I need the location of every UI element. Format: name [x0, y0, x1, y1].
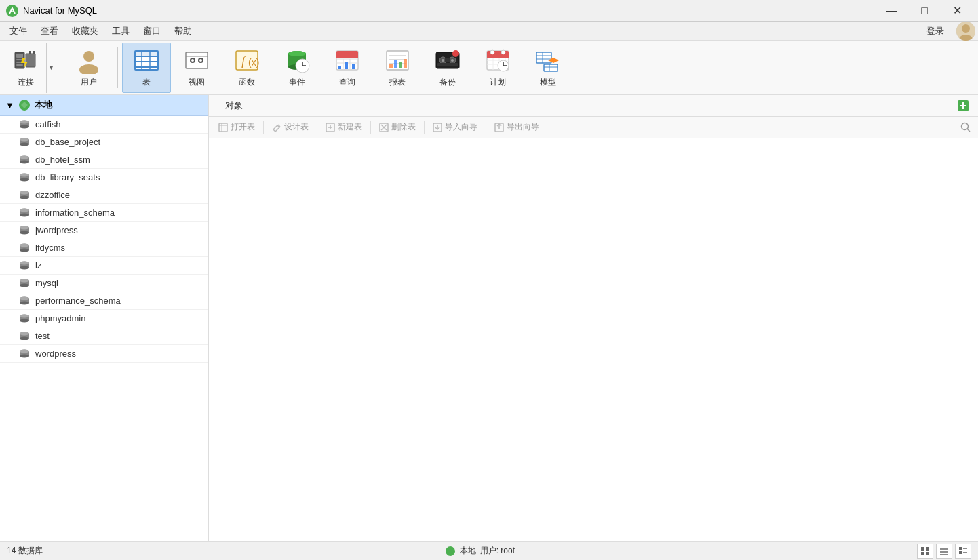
svg-rect-61 — [445, 58, 450, 62]
object-tab[interactable]: 对象 — [214, 96, 254, 116]
report-button[interactable]: 报表 — [373, 43, 422, 93]
detail-view-button[interactable] — [955, 544, 971, 559]
search-button[interactable] — [956, 118, 975, 137]
db-item-db-base-project[interactable]: db_base_project — [0, 134, 208, 151]
export-wizard-button[interactable]: 导出向导 — [488, 119, 546, 136]
title-bar-controls: — □ ✕ — [876, 0, 973, 22]
connection-header[interactable]: ▼ 本地 — [0, 95, 208, 116]
event-button[interactable]: 事件 — [273, 43, 321, 93]
svg-rect-47 — [352, 64, 355, 69]
user-icon — [75, 47, 102, 74]
svg-point-127 — [20, 301, 29, 304]
db-name-phpmyadmin: phpmyadmin — [35, 313, 85, 323]
db-icon-catfish — [19, 120, 30, 129]
app-title: Navicat for MySQL — [23, 5, 97, 16]
design-table-button[interactable]: 设计表 — [265, 119, 315, 136]
query-button[interactable]: 查询 — [323, 43, 372, 93]
function-button[interactable]: f (x) 函数 — [222, 43, 271, 93]
svg-point-92 — [20, 138, 29, 141]
menu-tools[interactable]: 工具 — [105, 22, 136, 40]
menu-window[interactable]: 窗口 — [136, 22, 168, 40]
action-sep-1 — [263, 121, 264, 134]
grid-view-button[interactable] — [917, 544, 933, 559]
db-icon-12 — [19, 314, 30, 323]
db-item-test[interactable]: test — [0, 327, 208, 345]
menu-help[interactable]: 帮助 — [168, 22, 199, 40]
db-item-jwordpress[interactable]: jwordpress — [0, 222, 208, 239]
svg-rect-5 — [16, 54, 23, 58]
import-wizard-button[interactable]: 导入向导 — [426, 119, 484, 136]
db-name-wordpress: wordpress — [35, 348, 76, 359]
plan-button[interactable]: 计划 — [473, 43, 522, 93]
svg-point-104 — [20, 191, 29, 194]
status-center: 本地 用户: root — [445, 545, 515, 557]
action-sep-3 — [370, 121, 371, 134]
table-button[interactable]: 表 — [122, 43, 171, 93]
menu-file[interactable]: 文件 — [3, 22, 34, 40]
delete-table-button[interactable]: 删除表 — [372, 119, 423, 136]
main-content: ▼ 本地 catfish db_b — [0, 95, 978, 541]
db-item-db-hotel-ssm[interactable]: db_hotel_ssm — [0, 151, 208, 169]
svg-point-103 — [20, 195, 29, 199]
db-item-information-schema[interactable]: information_schema — [0, 204, 208, 222]
db-item-lfdycms[interactable]: lfdycms — [0, 239, 208, 257]
svg-rect-166 — [959, 547, 962, 550]
status-connection-icon — [445, 546, 456, 557]
db-item-dzzoffice[interactable]: dzzoffice — [0, 186, 208, 204]
maximize-button[interactable]: □ — [909, 0, 940, 22]
db-item-catfish[interactable]: catfish — [0, 116, 208, 134]
db-item-performance-schema[interactable]: performance_schema — [0, 292, 208, 310]
svg-rect-21 — [186, 52, 208, 68]
svg-rect-46 — [345, 62, 348, 69]
svg-point-115 — [20, 248, 29, 252]
svg-rect-8 — [16, 64, 23, 66]
toolbar-separator-2 — [117, 47, 118, 88]
db-name-db-library-seats: db_library_seats — [35, 172, 100, 182]
connect-main-button[interactable]: 连接 — [5, 43, 46, 93]
svg-point-100 — [20, 173, 29, 176]
svg-point-96 — [20, 155, 29, 159]
model-button[interactable]: 模型 — [524, 43, 572, 93]
svg-point-67 — [490, 50, 494, 54]
report-icon — [384, 47, 411, 74]
svg-point-139 — [20, 354, 29, 357]
svg-rect-52 — [389, 64, 393, 68]
db-item-lz[interactable]: lz — [0, 257, 208, 275]
db-item-db-library-seats[interactable]: db_library_seats — [0, 169, 208, 186]
minimize-button[interactable]: — — [876, 0, 907, 22]
svg-point-2 — [962, 24, 970, 33]
menu-view[interactable]: 查看 — [34, 22, 65, 40]
db-item-wordpress[interactable]: wordpress — [0, 345, 208, 363]
connect-dropdown-arrow[interactable]: ▼ — [46, 43, 56, 93]
db-name-catfish: catfish — [35, 119, 61, 129]
svg-point-140 — [20, 349, 29, 353]
close-button[interactable]: ✕ — [941, 0, 973, 22]
model-label: 模型 — [540, 77, 556, 88]
menu-favorites[interactable]: 收藏夹 — [65, 22, 105, 40]
svg-point-87 — [20, 125, 29, 128]
login-button[interactable]: 登录 — [920, 24, 951, 39]
db-item-mysql[interactable]: mysql — [0, 275, 208, 292]
svg-rect-53 — [394, 60, 397, 68]
svg-point-91 — [20, 142, 29, 146]
menu-bar: 文件 查看 收藏夹 工具 窗口 帮助 登录 — [0, 22, 978, 41]
list-icon — [939, 546, 949, 556]
add-object-button[interactable] — [954, 96, 973, 115]
new-table-button[interactable]: 新建表 — [319, 119, 369, 136]
svg-text:(x): (x) — [248, 57, 259, 68]
user-button[interactable]: 用户 — [64, 43, 113, 93]
plan-label: 计划 — [490, 77, 506, 88]
query-label: 查询 — [339, 77, 355, 88]
svg-rect-77 — [536, 52, 551, 63]
svg-rect-11 — [33, 51, 35, 54]
event-label: 事件 — [289, 77, 305, 88]
view-button[interactable]: 视图 — [172, 43, 221, 93]
plan-icon — [484, 47, 511, 74]
svg-point-59 — [442, 59, 444, 62]
open-table-button[interactable]: 打开表 — [212, 119, 262, 136]
db-name-information-schema: information_schema — [35, 207, 115, 218]
navicat-logo — [5, 4, 19, 18]
list-view-button[interactable] — [936, 544, 952, 559]
backup-button[interactable]: 备份 — [423, 43, 472, 93]
db-item-phpmyadmin[interactable]: phpmyadmin — [0, 310, 208, 327]
